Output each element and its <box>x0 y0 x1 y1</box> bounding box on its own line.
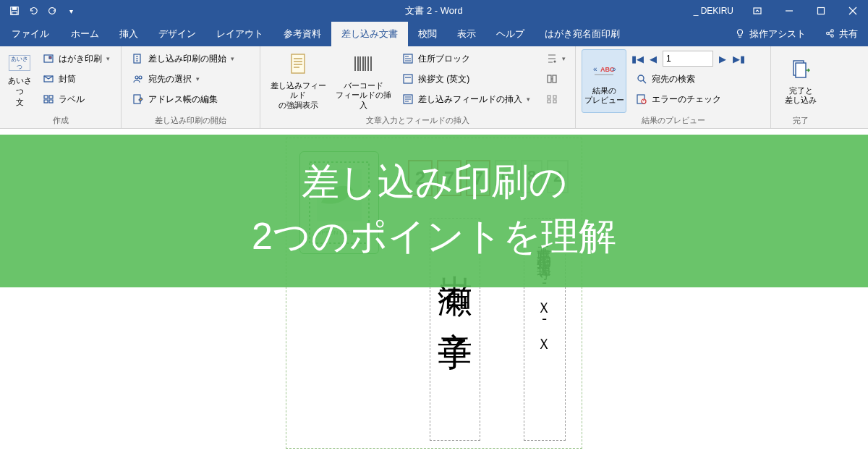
svg-line-14 <box>829 33 831 35</box>
preview-results-button[interactable]: «ABC» 結果の プレビュー <box>582 49 626 113</box>
overlay-line-1: 差し込み印刷の <box>0 155 868 209</box>
title-bar: ▾ 文書 2 - Word _ DEKIRU <box>0 0 868 22</box>
undo-icon[interactable] <box>25 2 42 20</box>
record-navigator: ▮◀ ◀ ▶ ▶▮ <box>631 49 745 68</box>
tab-mailings[interactable]: 差し込み文書 <box>331 22 408 46</box>
tab-review[interactable]: 校閲 <box>408 22 447 46</box>
svg-rect-43 <box>553 100 556 103</box>
tell-me-search[interactable]: 操作アシスト <box>726 22 814 46</box>
highlight-merge-fields-button[interactable]: 差し込みフィールド の強調表示 <box>266 49 330 113</box>
group-start-merge-label: 差し込み印刷の開始 <box>127 114 254 128</box>
insert-merge-field-button[interactable]: 差し込みフィールドの挿入 ▾ <box>397 90 535 109</box>
chevron-down-icon: ▾ <box>196 75 200 83</box>
group-preview-results-label: 結果のプレビュー <box>582 114 765 128</box>
start-merge-icon <box>132 53 144 64</box>
ribbon-display-options-icon[interactable] <box>742 0 773 22</box>
barcode-icon <box>352 52 376 77</box>
minimize-button[interactable] <box>774 0 804 22</box>
match-fields-icon <box>546 73 558 85</box>
chevron-down-icon: ▾ <box>562 55 566 62</box>
tab-view[interactable]: 表示 <box>447 22 486 46</box>
highlight-fields-icon <box>286 52 310 77</box>
start-mail-merge-button[interactable]: 差し込み印刷の開始 ▾ <box>127 49 239 68</box>
close-button[interactable] <box>838 0 868 22</box>
tab-hagaki-print[interactable]: はがき宛名面印刷 <box>535 22 630 46</box>
group-write-insert-label: 文章入力とフィールドの挿入 <box>266 114 569 128</box>
user-name[interactable]: _ DEKIRU <box>686 6 741 16</box>
insert-field-icon <box>402 93 414 105</box>
previous-record-button[interactable]: ◀ <box>647 51 660 67</box>
address-block-button[interactable]: 住所ブロック <box>397 49 535 68</box>
finish-merge-icon <box>788 57 813 82</box>
tab-design[interactable]: デザイン <box>148 22 206 46</box>
edit-recipient-list-button[interactable]: アドレス帳の編集 <box>127 90 239 109</box>
svg-point-11 <box>831 29 834 32</box>
record-number-input[interactable] <box>663 51 713 67</box>
next-record-button[interactable]: ▶ <box>716 51 729 67</box>
group-finish-label: 完了 <box>777 114 825 128</box>
greeting-line-icon <box>402 73 414 85</box>
greeting-line-button[interactable]: 挨拶文 (英文) <box>397 69 535 88</box>
check-errors-button[interactable]: エラーのチェック <box>631 90 745 109</box>
hagaki-print-button[interactable]: はがき印刷 ▾ <box>38 49 115 68</box>
select-recipients-button[interactable]: 宛先の選択 ▾ <box>127 69 239 88</box>
find-recipient-label: 宛先の検索 <box>652 73 695 85</box>
tab-references[interactable]: 参考資料 <box>273 22 331 46</box>
finish-merge-button[interactable]: 完了と 差し込み <box>777 49 825 113</box>
svg-rect-26 <box>292 54 305 73</box>
svg-point-10 <box>827 32 830 35</box>
group-create-label: 作成 <box>6 114 115 128</box>
svg-point-47 <box>638 75 644 81</box>
group-finish: 完了と 差し込み 完了 <box>771 46 830 128</box>
document-canvas[interactable]: NIPPON 日本郵便 2 7 7 0 8 2 千葉県柏市宿連寺Ｘ-Ｘ-Ｘ 岩瀬… <box>0 129 868 456</box>
greeting-text-button[interactable]: あいさつ あいさつ 文 <box>6 49 33 113</box>
labels-button[interactable]: ラベル <box>38 90 115 109</box>
first-record-button[interactable]: ▮◀ <box>631 51 644 67</box>
svg-rect-38 <box>548 75 551 83</box>
group-preview-results: «ABC» 結果の プレビュー ▮◀ ◀ ▶ ▶▮ 宛先の検索 エラーのチェック <box>576 46 771 128</box>
lightbulb-icon <box>735 28 745 41</box>
tab-home[interactable]: ホーム <box>61 22 109 46</box>
highlight-merge-fields-label: 差し込みフィールド の強調表示 <box>267 81 329 110</box>
redo-icon[interactable] <box>43 2 61 20</box>
svg-line-13 <box>829 31 831 33</box>
edit-list-icon <box>132 93 144 105</box>
labels-label: ラベル <box>59 93 85 106</box>
svg-rect-18 <box>44 96 48 98</box>
group-create: あいさつ あいさつ 文 はがき印刷 ▾ 封筒 ラベル 作成 <box>0 46 122 128</box>
qat-customize-icon[interactable]: ▾ <box>62 2 80 20</box>
hagaki-print-label: はがき印刷 <box>59 53 102 65</box>
label-icon <box>43 93 54 105</box>
greeting-line-label: 挨拶文 (英文) <box>418 73 469 85</box>
svg-rect-6 <box>818 8 825 14</box>
tab-file[interactable]: ファイル <box>0 22 61 46</box>
group-start-merge: 差し込み印刷の開始 ▾ 宛先の選択 ▾ アドレス帳の編集 差し込み印刷の開始 <box>122 46 260 128</box>
postcard-icon <box>43 53 54 64</box>
tab-insert[interactable]: 挿入 <box>109 22 148 46</box>
match-fields-button[interactable] <box>542 69 569 88</box>
svg-rect-52 <box>796 63 806 77</box>
find-recipient-button[interactable]: 宛先の検索 <box>631 69 745 88</box>
share-button[interactable]: 共有 <box>814 22 868 46</box>
chevron-down-icon: ▾ <box>527 96 530 103</box>
barcode-button[interactable]: バーコード フィールドの挿入 <box>334 49 393 113</box>
share-label: 共有 <box>839 28 858 41</box>
last-record-button[interactable]: ▶▮ <box>732 51 745 67</box>
tab-help[interactable]: ヘルプ <box>486 22 535 46</box>
check-errors-label: エラーのチェック <box>652 93 721 106</box>
start-mail-merge-label: 差し込み印刷の開始 <box>148 53 226 65</box>
maximize-button[interactable] <box>806 0 836 22</box>
rules-button[interactable]: ▾ <box>542 49 569 68</box>
envelope-button[interactable]: 封筒 <box>38 69 115 88</box>
svg-rect-4 <box>754 8 761 14</box>
quick-access-toolbar: ▾ <box>0 2 80 20</box>
save-icon[interactable] <box>6 2 23 20</box>
update-labels-button[interactable] <box>542 90 569 109</box>
check-errors-icon <box>636 93 647 105</box>
svg-line-48 <box>643 80 646 83</box>
svg-rect-35 <box>404 75 412 83</box>
svg-rect-1 <box>12 7 16 10</box>
preview-results-label: 結果の プレビュー <box>584 86 624 105</box>
svg-rect-21 <box>49 100 53 103</box>
tab-layout[interactable]: レイアウト <box>206 22 273 46</box>
